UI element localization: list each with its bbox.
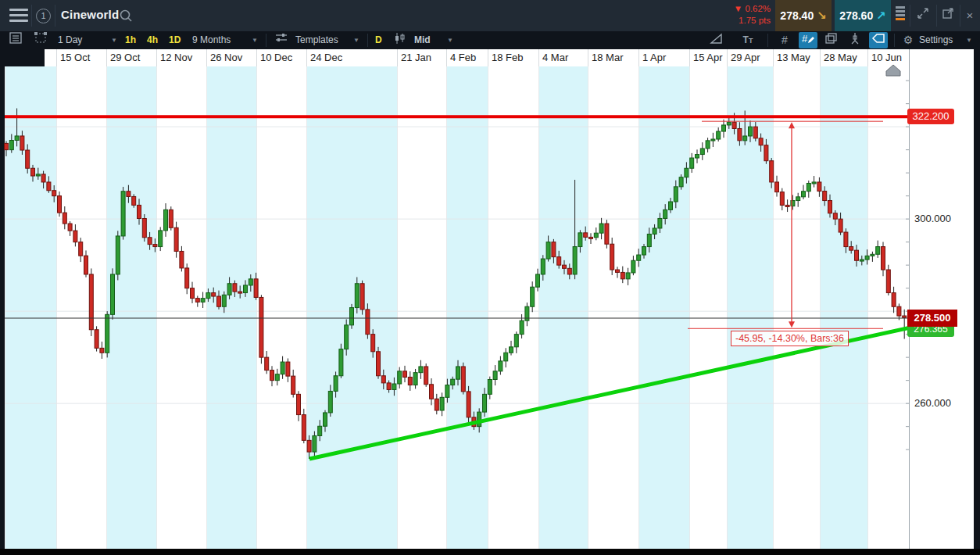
chart-toolbar: 1 Day▼ 1h 4h 1D 9 Months▼ Templates▼ D M… bbox=[0, 31, 980, 50]
sliders-icon[interactable] bbox=[272, 32, 291, 48]
text-tool-icon[interactable]: TT bbox=[739, 32, 757, 48]
candle-body bbox=[302, 415, 306, 441]
pointer-tool-icon[interactable] bbox=[869, 32, 888, 48]
candle-body bbox=[5, 143, 9, 149]
candle-body bbox=[839, 219, 842, 232]
candle-body bbox=[546, 242, 550, 259]
candle-body bbox=[483, 394, 487, 412]
gear-icon[interactable]: ⚙ bbox=[899, 32, 917, 48]
measurement-readout[interactable]: -45.95, -14.30%, Bars:36 bbox=[731, 331, 849, 346]
buy-price-button[interactable]: 278.60 ↗ bbox=[835, 0, 891, 31]
candle-body bbox=[749, 127, 753, 136]
candlestick-plot[interactable] bbox=[0, 66, 909, 549]
date-tick bbox=[446, 49, 447, 66]
candle-body bbox=[430, 385, 434, 399]
search-icon[interactable] bbox=[119, 9, 133, 26]
candle-body bbox=[467, 392, 470, 417]
date-axis[interactable]: 15 Oct29 Oct12 Nov26 Nov10 Dec24 Dec21 J… bbox=[0, 49, 980, 66]
sell-price-button[interactable]: 278.40 ↘ bbox=[775, 0, 832, 31]
layout-select-icon[interactable] bbox=[31, 32, 50, 48]
range-dropdown[interactable]: 9 Months▼ bbox=[192, 31, 258, 49]
candle-body bbox=[244, 285, 248, 293]
candle-body bbox=[201, 299, 205, 303]
candle-body bbox=[222, 295, 226, 306]
date-tick bbox=[538, 49, 539, 66]
settings-dropdown[interactable]: Settings▼ bbox=[919, 31, 972, 49]
candle-body bbox=[381, 376, 385, 383]
candle-body bbox=[770, 161, 774, 182]
templates-dropdown[interactable]: Templates▼ bbox=[295, 31, 359, 49]
price-type-dropdown[interactable]: Mid▼ bbox=[414, 31, 453, 49]
hamburger-menu-icon[interactable] bbox=[9, 9, 28, 23]
candle-body bbox=[127, 192, 131, 197]
chart-area[interactable]: 300.000 260.000 320.000 322.200 278.500 … bbox=[0, 66, 980, 549]
date-label: 4 Mar bbox=[542, 52, 568, 63]
date-tick bbox=[588, 49, 588, 66]
list-icon[interactable] bbox=[6, 32, 25, 48]
candle-body bbox=[58, 196, 62, 213]
grid-icon[interactable]: # bbox=[775, 32, 794, 48]
date-label: 12 Nov bbox=[160, 52, 192, 63]
expand-icon[interactable] bbox=[913, 5, 933, 27]
date-tick bbox=[488, 49, 488, 66]
candle-body bbox=[254, 279, 258, 298]
candle-body bbox=[297, 394, 301, 414]
candle-body bbox=[195, 299, 199, 303]
candle-body bbox=[631, 260, 635, 273]
candle-body bbox=[563, 265, 567, 268]
candle-body bbox=[886, 270, 890, 293]
home-icon[interactable] bbox=[884, 63, 903, 81]
date-label: 4 Feb bbox=[450, 52, 476, 63]
candle-body bbox=[727, 122, 731, 125]
draw-grid-icon[interactable]: # bbox=[799, 32, 817, 48]
market-depth-icon[interactable] bbox=[896, 6, 905, 25]
windows-icon[interactable] bbox=[822, 32, 841, 48]
close-icon[interactable]: × bbox=[960, 5, 980, 27]
candle-body bbox=[589, 237, 593, 238]
popout-icon[interactable] bbox=[938, 5, 958, 27]
candle-body bbox=[637, 255, 641, 260]
candle-body bbox=[658, 218, 662, 227]
timeframe-1h-button[interactable]: 1h bbox=[125, 31, 136, 49]
chevron-down-icon: ▼ bbox=[966, 31, 972, 49]
y-axis-label: 260.000 bbox=[914, 397, 951, 409]
candle-body bbox=[291, 376, 295, 394]
date-label: 29 Apr bbox=[731, 52, 760, 63]
candle-body bbox=[265, 357, 269, 370]
candle-body bbox=[116, 236, 120, 274]
date-label: 10 Dec bbox=[260, 52, 292, 63]
period-dropdown[interactable]: 1 Day▼ bbox=[58, 31, 117, 49]
date-tick bbox=[727, 49, 728, 66]
candle-body bbox=[307, 440, 311, 452]
daily-candle-button[interactable]: D bbox=[375, 31, 382, 49]
candle-body bbox=[398, 371, 402, 384]
date-label: 21 Jan bbox=[401, 52, 431, 63]
draw-trend-icon[interactable] bbox=[707, 32, 726, 48]
candle-body bbox=[780, 192, 784, 206]
candle-body bbox=[456, 367, 460, 379]
candle-body bbox=[812, 182, 816, 184]
candle-body bbox=[844, 232, 848, 247]
title-bar: 1 Cineworld ▼ 0.62% 1.75 pts 278.40 ↘ 27… bbox=[0, 0, 980, 31]
axis-corner bbox=[0, 49, 45, 66]
candle-body bbox=[435, 399, 438, 410]
candle-body bbox=[41, 174, 45, 182]
candle-body bbox=[106, 314, 109, 353]
candlestick-icon[interactable] bbox=[391, 32, 410, 48]
candle-body bbox=[514, 335, 518, 347]
candle-body bbox=[865, 256, 869, 260]
date-label: 15 Apr bbox=[693, 52, 723, 63]
candle-body bbox=[616, 270, 620, 272]
candle-body bbox=[722, 125, 726, 131]
candle-body bbox=[377, 352, 381, 376]
candle-body bbox=[31, 168, 35, 176]
indicator-icon[interactable] bbox=[846, 32, 864, 48]
svg-text:#: # bbox=[802, 33, 808, 45]
instrument-badge-icon[interactable]: 1 bbox=[36, 9, 51, 23]
candle-body bbox=[520, 320, 524, 334]
timeframe-4h-button[interactable]: 4h bbox=[147, 31, 158, 49]
timeframe-1d-button[interactable]: 1D bbox=[169, 31, 181, 49]
candle-body bbox=[642, 247, 646, 255]
candle-body bbox=[89, 274, 93, 330]
resistance-price-tag[interactable]: 322.200 bbox=[907, 109, 954, 124]
